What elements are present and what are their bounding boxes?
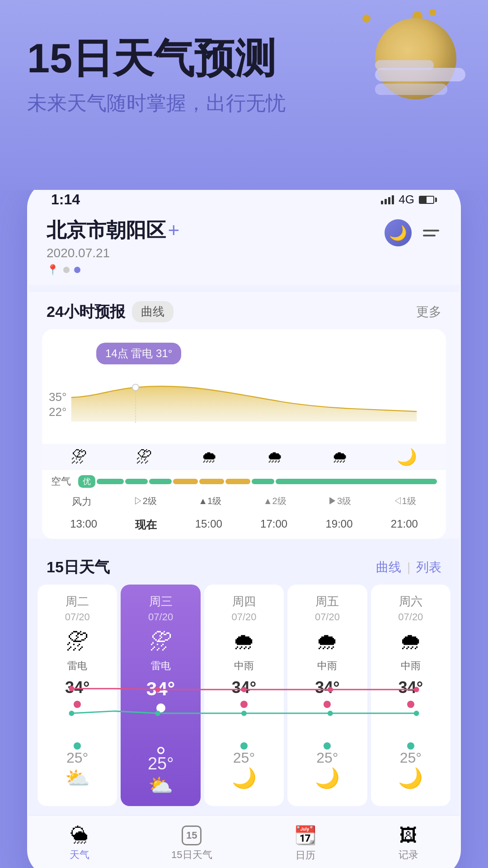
air-segment-good-5 xyxy=(276,479,437,484)
weather-icon-day-2: 🌧 xyxy=(209,628,279,655)
page-dot-2[interactable] xyxy=(74,267,80,273)
day-cards-list: 周二 07/20 ⛈ 雷电 34° 25° ⛅ 周三 07/2 xyxy=(28,585,460,806)
air-quality-bar: 优 xyxy=(78,475,437,488)
day-date-2: 07/20 xyxy=(209,611,279,623)
nav-icon-15day: 15 xyxy=(182,826,202,845)
weather-icon-day-0: ⛈ xyxy=(42,628,113,655)
wind-3: ▶3级 xyxy=(328,495,351,509)
phone-mockup: 1:14 4G 北京市朝阳区 + xyxy=(0,181,488,868)
hourly-title: 24小时预报 xyxy=(47,302,125,322)
app-header: 北京市朝阳区 + 2020.07.21 📍 🌙 xyxy=(28,212,460,285)
bottom-icon-day-3: 🌙 xyxy=(315,767,340,789)
theme-toggle-button[interactable]: 🌙 xyxy=(385,219,412,246)
location-pin-icon: 📍 xyxy=(47,264,59,276)
day-card-2[interactable]: 周四 07/20 🌧 中雨 34° 25° 🌙 xyxy=(204,585,284,806)
nav-item-15day[interactable]: 15 15日天气 xyxy=(171,826,212,862)
low-dot-day-4 xyxy=(407,742,414,750)
weather-icon-1: ⛈ xyxy=(136,448,152,467)
low-dot-day-1 xyxy=(157,747,164,754)
air-segment-good-2 xyxy=(125,479,148,484)
city-name: 北京市朝阳区 + xyxy=(47,217,385,244)
high-temp-day-1: 34° xyxy=(125,678,196,700)
forecast15-section: 15日天气 曲线 | 列表 xyxy=(28,548,460,815)
view-divider: | xyxy=(407,560,410,574)
low-dot-day-0 xyxy=(74,742,81,750)
day-date-1: 07/20 xyxy=(125,611,196,623)
menu-line-1 xyxy=(423,230,439,231)
day-card-4[interactable]: 周六 07/20 🌧 中雨 34° 25° 🌙 xyxy=(371,585,450,806)
temp-high-label: 35° xyxy=(49,390,66,404)
add-city-button[interactable]: + xyxy=(168,219,179,241)
high-temp-day-4: 34° xyxy=(375,678,446,697)
more-button[interactable]: 更多 xyxy=(416,303,441,321)
high-dot-day-0 xyxy=(74,701,81,708)
air-segment-warn-3 xyxy=(225,479,250,484)
weather-icon-2: 🌧 xyxy=(201,448,217,467)
high-dot-day-4 xyxy=(407,701,414,708)
nav-item-calendar[interactable]: 📆 日历 xyxy=(294,825,317,862)
day-date-4: 07/20 xyxy=(375,611,446,623)
signal-icon xyxy=(381,195,394,204)
weather-text-day-2: 中雨 xyxy=(209,659,279,673)
status-time: 1:14 xyxy=(51,191,80,208)
status-icons: 4G xyxy=(381,193,437,207)
nav-icon-records: 🖼 xyxy=(399,825,418,845)
weather-text-day-4: 中雨 xyxy=(375,659,446,673)
weather-icon-day-3: 🌧 xyxy=(292,628,362,655)
spacer-2 xyxy=(209,712,279,739)
hourly-header: 24小时预报 曲线 更多 xyxy=(28,292,460,329)
weather-icon-3: 🌧 xyxy=(267,448,283,467)
time-4: 19:00 xyxy=(325,518,352,532)
day-cards-container: 周二 07/20 ⛈ 雷电 34° 25° ⛅ 周三 07/2 xyxy=(28,585,460,806)
time-labels-row: 13:00 现在 15:00 17:00 19:00 21:00 xyxy=(42,513,446,539)
menu-button[interactable] xyxy=(421,227,441,239)
bottom-icon-day-1: ⛅ xyxy=(148,774,173,796)
temp-low-label: 22° xyxy=(49,405,66,419)
spacer-1 xyxy=(125,716,196,743)
hourly-chart-area: 14点 雷电 31° 35° 22° xyxy=(42,329,446,539)
page-dot-1[interactable] xyxy=(63,267,70,273)
wind-1: ▲1级 xyxy=(198,495,221,509)
bottom-nav: 🌦 天气 15 15日天气 📆 日历 🖼 记录 xyxy=(28,815,460,868)
air-segment-good-4 xyxy=(252,479,274,484)
hourly-title-area: 24小时预报 曲线 xyxy=(47,301,174,322)
spacer-4 xyxy=(375,712,446,739)
curve-mode-badge[interactable]: 曲线 xyxy=(132,301,174,322)
nav-item-weather[interactable]: 🌦 天气 xyxy=(70,825,89,862)
high-dot-day-2 xyxy=(240,701,248,708)
nav-label-records: 记录 xyxy=(399,848,418,862)
air-quality-label: 空气 xyxy=(51,475,74,488)
day-card-3[interactable]: 周五 07/20 🌧 中雨 34° 25° 🌙 xyxy=(287,585,367,806)
svg-point-1 xyxy=(132,384,139,391)
phone-screen: 1:14 4G 北京市朝阳区 + xyxy=(27,181,461,868)
nav-item-records[interactable]: 🖼 记录 xyxy=(399,825,418,862)
weather-text-day-3: 中雨 xyxy=(292,659,362,673)
low-temp-day-4: 25° xyxy=(375,750,446,766)
hourly-weather-icons: ⛈ ⛈ 🌧 🌧 🌧 🌙 xyxy=(42,444,446,470)
day-name-0: 周二 xyxy=(42,594,113,609)
forecast15-title: 15日天气 xyxy=(47,557,110,578)
view-toggle[interactable]: 曲线 | 列表 xyxy=(376,559,441,576)
temperature-chart-svg xyxy=(56,365,432,438)
day-card-1[interactable]: 周三 07/20 ⛈ 雷电 34° 25° ⛅ xyxy=(121,585,200,806)
time-1: 现在 xyxy=(135,518,157,532)
air-segment-good-3 xyxy=(149,479,172,484)
high-dot-day-1 xyxy=(156,703,165,712)
weather-icon-day-4: 🌧 xyxy=(375,628,446,655)
low-temp-day-3: 25° xyxy=(292,750,362,766)
time-0: 13:00 xyxy=(70,518,97,532)
weather-icon-5: 🌙 xyxy=(397,448,417,467)
day-name-1: 周三 xyxy=(125,594,196,609)
low-temp-day-2: 25° xyxy=(209,750,279,766)
list-view-btn[interactable]: 列表 xyxy=(416,560,441,574)
high-temp-day-2: 34° xyxy=(209,678,279,697)
day-name-4: 周六 xyxy=(375,594,446,609)
curve-view-btn[interactable]: 曲线 xyxy=(376,560,401,574)
hourly-section: 24小时预报 曲线 更多 14点 雷电 31° 35° 22° xyxy=(28,292,460,539)
forecast15-header: 15日天气 曲线 | 列表 xyxy=(28,557,460,585)
tooltip-row: 14点 雷电 31° xyxy=(42,338,446,365)
spacer-3 xyxy=(292,712,362,739)
date-text: 2020.07.21 xyxy=(47,246,385,260)
wind-label: 风力 xyxy=(72,495,92,509)
day-card-0[interactable]: 周二 07/20 ⛈ 雷电 34° 25° ⛅ xyxy=(38,585,117,806)
